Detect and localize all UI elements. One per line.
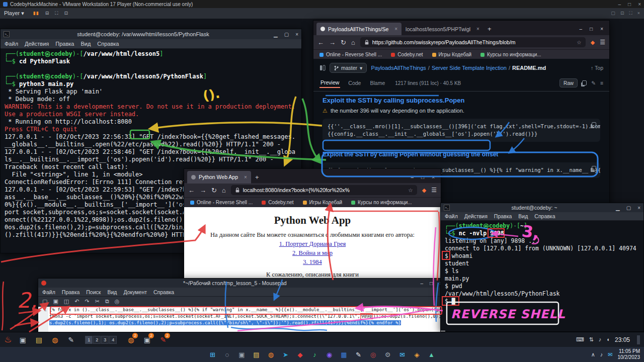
tray-icon[interactable]: ◖ — [606, 336, 610, 343]
vmware-toolbar-icon[interactable]: ▮▮ — [33, 11, 39, 16]
vmware-toolbar-icon[interactable]: ⊟ — [45, 11, 49, 16]
toolbar-icon[interactable]: ↷ — [85, 298, 89, 305]
vmware-toolbar-icon[interactable]: ⛶ — [55, 11, 58, 16]
copy-icon[interactable] — [592, 122, 596, 127]
top-link[interactable]: ↑ Top — [591, 65, 603, 71]
terminal1-titlebar[interactable]: >_ student@codeby: /var/www/html/lesson5… — [1, 29, 301, 39]
window-control-icon[interactable]: × — [638, 2, 641, 7]
bookmark-item[interactable]: Курсы по информаци... — [480, 52, 541, 57]
taskbar-app-icon[interactable]: ◎ — [368, 349, 379, 360]
mousepad-content[interactable]: 1 {% for x in ().__class__.__base__.__su… — [38, 307, 445, 332]
home-icon[interactable]: ⌂ — [351, 39, 355, 46]
forward-icon[interactable]: → — [329, 39, 336, 46]
hamburger-menu-icon[interactable]: ☰ — [431, 187, 437, 194]
menu-item[interactable]: Файл — [445, 213, 458, 219]
show-desktop-button[interactable] — [637, 335, 640, 344]
breadcrumb-folder-link[interactable]: Server Side Template Injection — [432, 65, 507, 71]
menu-item[interactable]: Справка — [534, 213, 555, 219]
tab-python-web-app[interactable]: Python Web App × — [187, 171, 251, 184]
tray-icon[interactable]: ⌨ — [576, 336, 584, 343]
tab-payloadsallthethings[interactable]: PayloadsAllTheThings/Se × — [316, 23, 401, 35]
taskbar-app-icon[interactable]: ◌ — [222, 349, 233, 360]
tray-icon[interactable]: ∧ — [591, 351, 595, 358]
tab-blame[interactable]: Blame — [369, 78, 386, 87]
heading-subprocess-popen[interactable]: Exploit the SSTI by calling subprocess.P… — [323, 97, 600, 104]
menu-item[interactable]: Документ — [123, 289, 147, 295]
taskbar-app-icon[interactable]: ♪ — [309, 349, 320, 360]
toolbar-icon[interactable]: ⧉ — [105, 298, 109, 305]
toolbar-icon[interactable]: ▢ — [42, 298, 47, 305]
reload-icon[interactable]: ↻ — [341, 39, 346, 46]
terminal2-output[interactable]: ┌──(student㉿codeby)-[~]└─$ nc -nvlp 9898… — [441, 221, 643, 331]
vmware-device-icon[interactable]: × — [637, 11, 640, 16]
menu-item[interactable]: Справка — [153, 289, 174, 295]
extension-icon[interactable]: ◆ — [591, 39, 595, 46]
bookmark-item[interactable]: Игры Кодебай — [303, 200, 342, 205]
menu-item[interactable]: Файл — [42, 289, 55, 295]
running-app-icon[interactable]: ◍2 — [125, 334, 137, 346]
vmware-device-icon[interactable]: ▢ — [611, 11, 615, 16]
menu-item[interactable]: Файл — [5, 41, 18, 47]
taskbar-app-icon[interactable]: ⚙ — [382, 349, 393, 360]
taskbar-app-icon[interactable]: ▲ — [426, 349, 437, 360]
tray-icon[interactable]: ⇅ — [589, 336, 594, 343]
menu-item[interactable]: Вид — [80, 41, 91, 47]
minimize-icon[interactable]: ▁ — [274, 32, 278, 37]
workspace-button[interactable]: 3 — [101, 336, 109, 344]
close-icon[interactable]: × — [637, 205, 640, 211]
tab-close-icon[interactable]: × — [394, 26, 397, 32]
bookmark-item[interactable]: Игры Кодебай — [432, 52, 471, 57]
reload-icon[interactable]: ↻ — [211, 187, 217, 194]
launcher-icon[interactable]: ◍ — [49, 334, 61, 346]
tab-preview[interactable]: Preview — [319, 78, 340, 88]
menu-item[interactable]: Справка — [97, 41, 119, 47]
workspace-button[interactable]: 4 — [109, 336, 117, 344]
taskbar-app-icon[interactable]: ➤ — [280, 349, 291, 360]
toolbar-icon[interactable]: ▣ — [53, 298, 58, 305]
taskbar-app-icon[interactable]: ⊞ — [207, 349, 218, 360]
player-menu[interactable]: Player ▾ — [4, 10, 24, 17]
close-icon[interactable]: × — [295, 32, 298, 37]
url-bar[interactable]: localhost:8080/index?book={%%20for%20x% … — [231, 185, 417, 195]
running-app-icon[interactable]: ✎2 — [157, 334, 169, 346]
menu-item[interactable]: Вид — [107, 289, 117, 295]
menu-item[interactable]: Правка — [55, 41, 74, 47]
close-icon[interactable]: × — [600, 26, 603, 32]
extension-icon[interactable]: ◆ — [422, 187, 426, 194]
toolbar-icon[interactable]: ↶ — [74, 298, 79, 305]
code-block-1[interactable]: {{''.__class__.mro()[1].__subclasses__()… — [323, 119, 600, 142]
toolbar-icon[interactable]: ◎ — [115, 298, 120, 305]
taskbar-app-icon[interactable]: ✉ — [397, 349, 408, 360]
menu-item[interactable]: Действия — [464, 213, 488, 219]
url-bar[interactable]: https://github.com/swisskyrepo/PayloadsA… — [360, 37, 586, 47]
taskbar-app-icon[interactable]: ▦ — [339, 349, 350, 360]
maximize-icon[interactable]: □ — [430, 281, 433, 286]
bookmark-item[interactable]: Online - Reverse Shell ... — [319, 52, 382, 57]
taskbar-app-icon[interactable]: ◆ — [295, 349, 306, 360]
toolbar-icon[interactable]: ✂ — [95, 298, 100, 305]
back-icon[interactable]: ← — [188, 187, 195, 194]
minimize-icon[interactable]: – — [411, 174, 414, 180]
tab-close-icon[interactable]: × — [476, 26, 479, 32]
file-tree-icon[interactable] — [319, 65, 326, 71]
tray-icon[interactable]: ✉ — [608, 351, 612, 358]
bookmark-item[interactable]: Online - Reverse Shell ... — [190, 200, 253, 205]
window-control-icon[interactable]: □ — [628, 2, 631, 7]
tab-code[interactable]: Code — [347, 78, 362, 87]
taskbar-app-icon[interactable]: ▤ — [251, 349, 262, 360]
tab-localhost-phptwig[interactable]: localhost/lesson5/PHPTwigl × — [401, 23, 484, 35]
workspace-button[interactable]: 2 — [93, 336, 101, 344]
outline-icon[interactable]: ≡ — [600, 80, 603, 86]
tray-icon[interactable]: ♪ — [599, 336, 602, 343]
vmware-toolbar-icon[interactable]: ⊡ — [64, 11, 68, 16]
close-icon[interactable]: × — [432, 174, 435, 180]
minimize-icon[interactable]: – — [421, 281, 424, 286]
minimize-icon[interactable]: ▁ — [616, 205, 620, 211]
vmware-device-icon[interactable]: ⛶ — [629, 11, 632, 16]
heading-popen-no-offset[interactable]: Exploit the SSTI by calling Popen withou… — [323, 151, 600, 158]
breadcrumb-repo-link[interactable]: PayloadsAllTheThings — [371, 65, 426, 71]
vm-clock[interactable]: 23:05 — [615, 336, 630, 343]
maximize-icon[interactable]: □ — [590, 26, 593, 32]
maximize-icon[interactable]: □ — [421, 174, 424, 180]
launcher-icon[interactable]: ▤ — [33, 334, 45, 346]
